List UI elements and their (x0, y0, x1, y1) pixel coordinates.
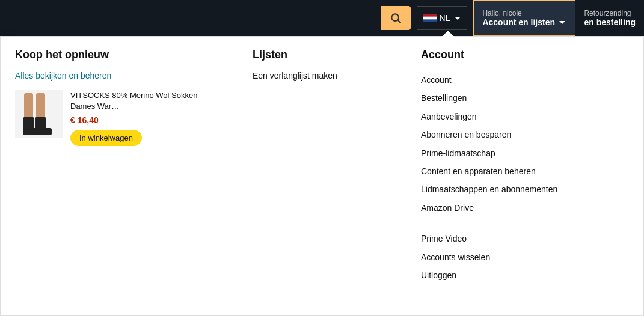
product-socks-illustration (18, 93, 60, 138)
returns-line2: en bestelling (584, 17, 636, 27)
svg-line-1 (397, 20, 400, 23)
shop-again-title: Koop het opnieuw (15, 49, 223, 61)
header: NL Hallo, nicole Account en lijsten Reto… (0, 0, 644, 36)
product-image (15, 90, 63, 138)
search-button[interactable] (381, 6, 411, 30)
returns-button[interactable]: Retourzending en bestelling (575, 0, 644, 36)
dropdown-arrow (442, 31, 454, 37)
account-menu-items-after-divider: Prime VideoAccounts wisselenUitloggen (421, 229, 629, 284)
lists-section: Lijsten Een verlanglijst maken (238, 37, 406, 315)
svg-rect-4 (423, 19, 437, 22)
account-menu-divider (421, 223, 629, 223)
product-title: VITSOCKS 80% Merino Wol Sokken Dames War… (70, 90, 223, 112)
svg-rect-10 (35, 128, 52, 135)
svg-rect-6 (36, 93, 45, 120)
account-menu-item[interactable]: Bestellingen (421, 89, 629, 107)
account-menu-item[interactable]: Account (421, 71, 629, 89)
account-menu-item[interactable]: Aanbevelingen (421, 108, 629, 126)
lang-label: NL (440, 13, 450, 23)
svg-rect-5 (24, 93, 33, 120)
chevron-down-icon (455, 17, 461, 20)
account-menu-item[interactable]: Uitloggen (421, 266, 629, 284)
returns-line1: Retourzending (584, 9, 631, 17)
product-item: VITSOCKS 80% Merino Wol Sokken Dames War… (15, 90, 223, 146)
account-menu-item[interactable]: Prime-lidmaatschap (421, 144, 629, 162)
view-all-link[interactable]: Alles bekijken en beheren (15, 71, 223, 81)
account-menu-button[interactable]: Hallo, nicole Account en lijsten (473, 0, 575, 36)
account-menu-item[interactable]: Lidmaatschappen en abonnementen (421, 180, 629, 198)
account-menu-items: AccountBestellingenAanbevelingenAbonnere… (421, 71, 629, 217)
product-info: VITSOCKS 80% Merino Wol Sokken Dames War… (70, 90, 223, 146)
account-chevron-icon (559, 21, 565, 24)
account-section: Account AccountBestellingenAanbevelingen… (406, 37, 643, 315)
account-menu-item[interactable]: Amazon Drive (421, 199, 629, 217)
search-area (0, 6, 411, 30)
svg-point-0 (391, 14, 399, 21)
search-icon (390, 12, 402, 24)
dutch-flag-icon (423, 14, 437, 22)
lists-title: Lijsten (253, 49, 391, 61)
language-selector[interactable]: NL (417, 6, 468, 30)
account-menu-item[interactable]: Abonneren en besparen (421, 126, 629, 144)
account-label: Account en lijsten (482, 17, 565, 27)
add-to-cart-button[interactable]: In winkelwagen (70, 130, 142, 146)
product-price: € 16,40 (70, 115, 223, 125)
hello-text: Hallo, nicole (482, 9, 521, 17)
svg-rect-3 (423, 14, 437, 17)
account-section-title: Account (421, 49, 629, 61)
shop-again-section: Koop het opnieuw Alles bekijken en beher… (1, 37, 238, 315)
account-dropdown-panel: Koop het opnieuw Alles bekijken en beher… (0, 36, 644, 316)
account-menu-item[interactable]: Prime Video (421, 229, 629, 248)
create-wishlist-link[interactable]: Een verlanglijst maken (253, 71, 391, 81)
account-menu-item[interactable]: Accounts wisselen (421, 248, 629, 266)
account-menu-item[interactable]: Content en apparaten beheren (421, 162, 629, 180)
